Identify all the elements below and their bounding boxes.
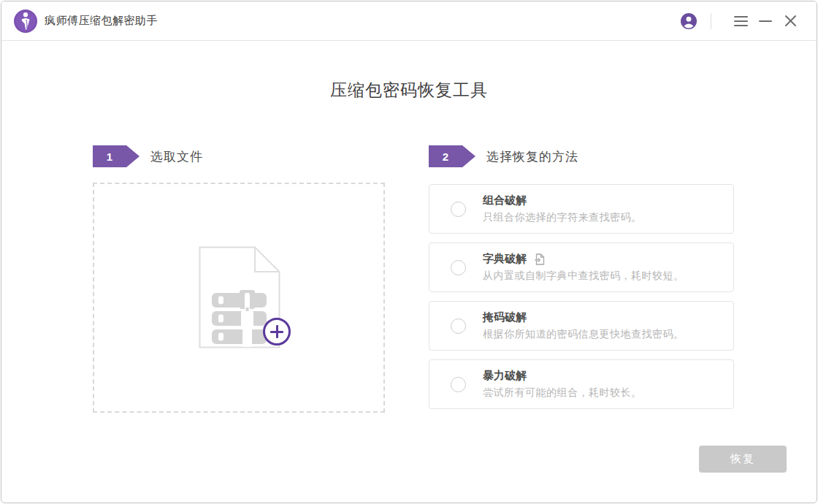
method-card-dictionary[interactable]: 字典破解 从内置或自制字典中查找密码，耗时较短。 xyxy=(429,243,734,292)
radio-mask-attack[interactable] xyxy=(451,318,466,334)
method-card-bruteforce[interactable]: 暴力破解 尝试所有可能的组合，耗时较长。 xyxy=(429,359,734,409)
app-logo-icon xyxy=(14,9,37,33)
method-description: 尝试所有可能的组合，耗时较长。 xyxy=(483,386,642,400)
step-2: 2 选择恢复的方法 xyxy=(429,145,578,167)
method-text: 字典破解 从内置或自制字典中查找密码，耗时较短。 xyxy=(483,252,684,283)
method-text: 组合破解 只组合你选择的字符来查找密码。 xyxy=(483,194,642,224)
method-text: 掩码破解 根据你所知道的密码信息更快地查找密码。 xyxy=(483,310,684,341)
method-card-combination[interactable]: 组合破解 只组合你选择的字符来查找密码。 xyxy=(429,184,734,234)
method-title: 掩码破解 xyxy=(483,310,684,324)
account-icon[interactable] xyxy=(681,13,697,29)
radio-combination-attack[interactable] xyxy=(451,202,466,217)
method-title-text: 字典破解 xyxy=(483,252,527,266)
method-title: 暴力破解 xyxy=(483,369,642,383)
step-1-label: 选取文件 xyxy=(150,148,203,165)
method-description: 只组合你选择的字符来查找密码。 xyxy=(483,211,642,224)
titlebar-divider xyxy=(711,13,711,29)
page-title: 压缩包密码恢复工具 xyxy=(1,79,817,102)
radio-dictionary-attack[interactable] xyxy=(451,260,466,275)
method-card-mask[interactable]: 掩码破解 根据你所知道的密码信息更快地查找密码。 xyxy=(429,301,734,351)
step-2-number: 2 xyxy=(443,150,448,163)
titlebar-controls xyxy=(681,13,798,29)
step-2-badge: 2 xyxy=(429,145,475,167)
add-file-button[interactable] xyxy=(263,318,291,345)
close-icon[interactable] xyxy=(783,14,798,28)
minimize-icon[interactable] xyxy=(758,14,773,28)
method-title: 组合破解 xyxy=(483,194,642,207)
import-dictionary-file-icon[interactable] xyxy=(534,253,545,265)
titlebar-left: 疯师傅压缩包解密助手 xyxy=(14,9,158,33)
radio-bruteforce-attack[interactable] xyxy=(451,377,466,392)
step-2-label: 选择恢复的方法 xyxy=(486,148,578,165)
method-description: 根据你所知道的密码信息更快地查找密码。 xyxy=(483,328,684,341)
recovery-methods-list: 组合破解 只组合你选择的字符来查找密码。 字典破解 xyxy=(429,184,734,418)
step-1: 1 选取文件 xyxy=(93,145,203,167)
app-title: 疯师傅压缩包解密助手 xyxy=(45,14,158,28)
method-description: 从内置或自制字典中查找密码，耗时较短。 xyxy=(483,270,684,283)
step-1-number: 1 xyxy=(107,150,112,163)
titlebar: 疯师傅压缩包解密助手 xyxy=(1,1,817,41)
menu-icon[interactable] xyxy=(733,14,748,28)
app-window: 疯师傅压缩包解密助手 压缩包密码恢复工具 1 xyxy=(1,1,817,503)
method-title: 字典破解 xyxy=(483,252,684,266)
file-dropzone[interactable] xyxy=(93,183,385,413)
step-1-badge: 1 xyxy=(93,145,139,167)
recover-button[interactable]: 恢复 xyxy=(699,446,787,473)
method-text: 暴力破解 尝试所有可能的组合，耗时较长。 xyxy=(483,369,642,400)
